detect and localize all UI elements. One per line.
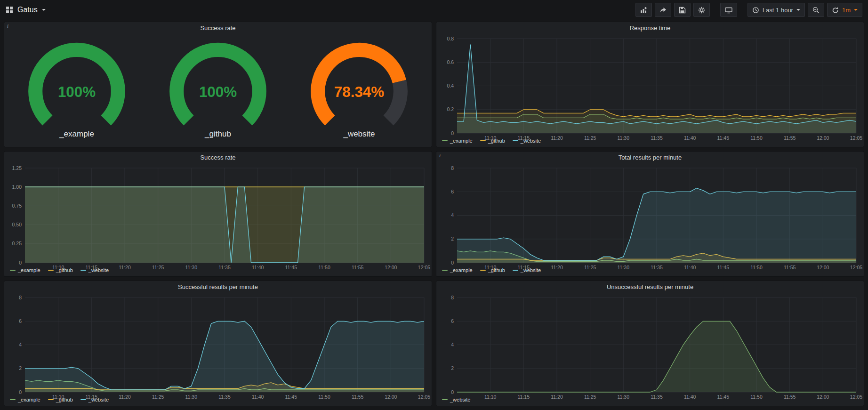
chart-canvas[interactable]: 00.250.500.751.001.2511:1011:1511:2011:2…: [6, 163, 434, 272]
gauge-_website: 78.34%_website: [289, 34, 430, 147]
panel-success-rate-graph: Success rate 00.250.500.751.001.2511:101…: [4, 151, 432, 277]
panel-header[interactable]: Unsuccessful results per minute: [436, 281, 864, 293]
svg-text:0: 0: [451, 260, 454, 265]
svg-text:0.4: 0.4: [447, 83, 454, 88]
chevron-down-icon[interactable]: [42, 9, 46, 11]
svg-text:0: 0: [451, 389, 454, 395]
svg-text:2: 2: [451, 365, 454, 371]
svg-text:0.75: 0.75: [12, 203, 22, 209]
chart-legend: _example_github_website: [436, 266, 864, 276]
panel-info-icon[interactable]: i: [439, 153, 441, 158]
svg-text:2: 2: [19, 365, 22, 371]
gauge-row: 100%_example100%_github78.34%_website: [4, 34, 432, 147]
svg-text:1.25: 1.25: [12, 165, 22, 171]
panel-title[interactable]: Success rate: [200, 24, 235, 32]
svg-text:0.50: 0.50: [12, 222, 22, 227]
apps-grid-icon[interactable]: [6, 6, 13, 14]
panel-title[interactable]: Successful results per minute: [178, 283, 258, 290]
svg-text:4: 4: [19, 342, 22, 347]
panel-header[interactable]: Response time: [436, 22, 864, 34]
zoom-out-button[interactable]: [808, 3, 824, 17]
tv-mode-button[interactable]: [720, 3, 737, 17]
monitor-icon: [725, 7, 732, 14]
chevron-down-icon: [854, 9, 858, 11]
chart-area: 0246811:1011:1511:2011:2511:3011:3511:40…: [4, 293, 432, 396]
time-range-label: Last 1 hour: [763, 7, 793, 14]
refresh-button[interactable]: 1m: [827, 3, 862, 17]
panel-info-icon[interactable]: i: [7, 23, 8, 29]
bar-chart-plus-icon: [640, 7, 647, 14]
svg-text:2: 2: [451, 236, 454, 241]
panel-successful-results: Successful results per minute 0246811:10…: [4, 281, 432, 406]
legend-item-_github[interactable]: _github: [480, 138, 505, 144]
chart-canvas[interactable]: 00.20.40.60.811:1011:1511:2011:2511:3011…: [438, 34, 866, 143]
panel-title[interactable]: Unsuccessful results per minute: [607, 283, 693, 290]
svg-text:4: 4: [451, 342, 454, 347]
gauge-arc: 100%: [153, 37, 283, 130]
chart-canvas[interactable]: 0246811:1011:1511:2011:2511:3011:3511:40…: [438, 293, 866, 402]
navbar: Gatus: [0, 0, 868, 20]
gauge-arc: 78.34%: [294, 37, 424, 130]
share-button[interactable]: [655, 3, 671, 17]
legend-item-_github[interactable]: _github: [48, 267, 73, 273]
dashboard-title[interactable]: Gatus: [17, 6, 38, 14]
panel-response-time: Response time 00.20.40.60.811:1011:1511:…: [436, 22, 864, 147]
time-range-button[interactable]: Last 1 hour: [747, 3, 805, 17]
legend-item-_example[interactable]: _example: [442, 267, 473, 273]
svg-text:0: 0: [19, 389, 22, 395]
chart-legend: _example_github_website: [436, 137, 864, 147]
clock-icon: [752, 7, 759, 14]
gauge-_example: 100%_example: [6, 34, 147, 147]
refresh-interval-label: 1m: [842, 7, 851, 14]
legend-item-_website[interactable]: _website: [513, 138, 541, 144]
gauge-label: _website: [343, 129, 375, 144]
gauge-value: 78.34%: [334, 84, 384, 100]
chart-area: 0246811:1011:1511:2011:2511:3011:3511:40…: [436, 293, 864, 396]
panel-unsuccessful-results: Unsuccessful results per minute 0246811:…: [436, 281, 864, 406]
panel-header[interactable]: i Success rate: [4, 22, 432, 34]
panel-header[interactable]: Success rate: [4, 152, 432, 163]
chart-canvas[interactable]: 0246811:1011:1511:2011:2511:3011:3511:40…: [6, 293, 434, 402]
svg-text:6: 6: [451, 318, 454, 324]
gauge-_github: 100%_github: [147, 34, 289, 147]
gauge-label: _example: [59, 129, 94, 144]
svg-text:1.00: 1.00: [12, 184, 22, 190]
chevron-down-icon: [796, 9, 800, 11]
legend-item-_github[interactable]: _github: [48, 397, 73, 402]
chart-area: 0246811:1011:1511:2011:2511:3011:3511:40…: [436, 163, 864, 266]
svg-text:6: 6: [451, 189, 454, 194]
chart-legend: _example_github_website: [4, 396, 432, 406]
gauge-arc: 100%: [12, 37, 142, 130]
panel-header[interactable]: i Total results per minute: [436, 152, 864, 163]
save-button[interactable]: [674, 3, 691, 17]
legend-item-_github[interactable]: _github: [480, 267, 505, 273]
svg-text:0: 0: [451, 130, 454, 136]
panel-title[interactable]: Success rate: [200, 154, 235, 161]
svg-text:0: 0: [19, 260, 22, 265]
chart-canvas[interactable]: 0246811:1011:1511:2011:2511:3011:3511:40…: [438, 163, 866, 272]
panel-success-rate-gauges: i Success rate 100%_example100%_github78…: [4, 22, 432, 147]
svg-text:0.8: 0.8: [447, 36, 454, 41]
svg-text:0.2: 0.2: [447, 106, 454, 112]
add-panel-button[interactable]: [635, 3, 652, 17]
chart-legend: _website: [436, 396, 864, 406]
legend-item-_example[interactable]: _example: [10, 397, 40, 402]
panel-title[interactable]: Response time: [630, 24, 671, 32]
legend-item-_example[interactable]: _example: [442, 138, 473, 144]
legend-item-_website[interactable]: _website: [442, 397, 470, 402]
settings-button[interactable]: [693, 3, 710, 17]
panel-header[interactable]: Successful results per minute: [4, 281, 432, 293]
magnifier-minus-icon: [812, 7, 820, 14]
gauge-value: 100%: [58, 84, 96, 100]
legend-item-_website[interactable]: _website: [80, 397, 109, 402]
svg-text:0.6: 0.6: [447, 59, 454, 65]
svg-text:8: 8: [451, 165, 454, 171]
svg-text:0.25: 0.25: [12, 241, 22, 246]
svg-text:8: 8: [19, 295, 22, 300]
legend-item-_website[interactable]: _website: [80, 267, 109, 273]
legend-item-_website[interactable]: _website: [513, 267, 541, 273]
panel-title[interactable]: Total results per minute: [619, 154, 682, 161]
refresh-icon: [832, 7, 839, 14]
legend-item-_example[interactable]: _example: [10, 267, 40, 273]
svg-text:8: 8: [451, 295, 454, 300]
